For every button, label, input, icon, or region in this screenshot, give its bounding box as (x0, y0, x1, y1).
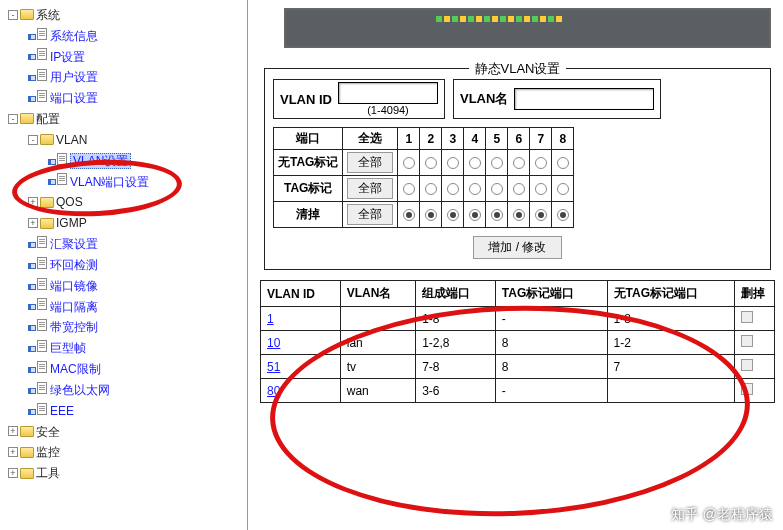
port-radio[interactable] (535, 157, 547, 169)
port-col: 8 (552, 128, 574, 150)
port-radio[interactable] (447, 157, 459, 169)
tree-link[interactable]: 带宽控制 (50, 320, 98, 334)
vlan-th: 删掉 (735, 281, 775, 307)
port-radio[interactable] (513, 183, 525, 195)
vlan-cell: - (495, 307, 607, 331)
tree-link[interactable]: 端口设置 (50, 91, 98, 105)
tree-link[interactable]: IP设置 (50, 49, 85, 63)
page-icon (48, 171, 67, 191)
tree-link[interactable]: 系统信息 (50, 29, 98, 43)
add-modify-button[interactable]: 增加 / 修改 (473, 236, 561, 259)
tree-link[interactable]: EEE (50, 404, 74, 418)
tree-toggle[interactable]: + (8, 447, 18, 457)
folder-icon (20, 9, 34, 20)
delete-checkbox[interactable] (741, 359, 753, 371)
port-radio[interactable] (535, 209, 547, 221)
vlan-th: 无TAG标记端口 (607, 281, 734, 307)
tree-folder-label[interactable]: QOS (56, 195, 83, 209)
port-radio[interactable] (425, 157, 437, 169)
vlan-cell: 8 (495, 331, 607, 355)
select-all-button[interactable]: 全部 (347, 152, 393, 173)
vlan-cell: 1-2,8 (416, 331, 496, 355)
port-radio[interactable] (447, 183, 459, 195)
vlan-id-input[interactable] (338, 82, 438, 104)
tree-link[interactable]: 巨型帧 (50, 341, 86, 355)
tree-toggle[interactable]: - (8, 114, 18, 124)
delete-checkbox[interactable] (741, 311, 753, 323)
tree-folder-label[interactable]: 安全 (36, 424, 60, 438)
tree-link[interactable]: VLAN端口设置 (70, 174, 149, 188)
port-radio[interactable] (425, 209, 437, 221)
table-row: 11-8-1-8 (261, 307, 775, 331)
delete-checkbox[interactable] (741, 335, 753, 347)
tree-link[interactable]: MAC限制 (50, 362, 101, 376)
folder-icon (20, 113, 34, 124)
tree-link[interactable]: 绿色以太网 (50, 383, 110, 397)
tree-toggle[interactable]: - (8, 10, 18, 20)
page-icon (28, 338, 47, 358)
port-radio[interactable] (491, 157, 503, 169)
vlan-id-link[interactable]: 80 (267, 384, 280, 398)
port-radio[interactable] (403, 209, 415, 221)
vlan-th: VLAN名 (340, 281, 415, 307)
port-radio[interactable] (535, 183, 547, 195)
port-radio[interactable] (513, 157, 525, 169)
tree-link[interactable]: 端口镜像 (50, 279, 98, 293)
port-radio[interactable] (491, 183, 503, 195)
page-icon (28, 46, 47, 66)
tree-link[interactable]: 汇聚设置 (50, 237, 98, 251)
port-radio[interactable] (557, 183, 569, 195)
tree-folder-label[interactable]: VLAN (56, 133, 87, 147)
table-row: 10lan1-2,881-2 (261, 331, 775, 355)
tree-toggle[interactable]: + (8, 468, 18, 478)
vlan-cell: 1-8 (416, 307, 496, 331)
port-radio[interactable] (403, 157, 415, 169)
folder-icon (40, 197, 54, 208)
folder-icon (20, 447, 34, 458)
port-radio[interactable] (469, 209, 481, 221)
tree-toggle[interactable]: + (8, 426, 18, 436)
tree-link[interactable]: 端口隔离 (50, 299, 98, 313)
port-table: 端口全选12345678无TAG标记全部TAG标记全部清掉全部 (273, 127, 574, 228)
tree-folder-label[interactable]: 系统 (36, 8, 60, 22)
vlan-cell: wan (340, 379, 415, 403)
tree-link[interactable]: 环回检测 (50, 258, 98, 272)
page-icon (28, 255, 47, 275)
port-row-label: 清掉 (274, 202, 343, 228)
tree-folder-label[interactable]: 配置 (36, 112, 60, 126)
tree-folder-label[interactable]: 监控 (36, 445, 60, 459)
tree-link[interactable]: VLAN设置 (70, 153, 131, 169)
port-radio[interactable] (469, 183, 481, 195)
select-all-button[interactable]: 全部 (347, 178, 393, 199)
select-all-header: 全选 (343, 128, 398, 150)
tree-link[interactable]: 用户设置 (50, 70, 98, 84)
vlan-id-box: VLAN ID (1-4094) (273, 79, 445, 119)
vlan-id-link[interactable]: 51 (267, 360, 280, 374)
tree-toggle[interactable]: - (28, 135, 38, 145)
vlan-cell: 1-8 (607, 307, 734, 331)
port-radio[interactable] (557, 209, 569, 221)
vlan-cell: 7-8 (416, 355, 496, 379)
port-radio[interactable] (403, 183, 415, 195)
vlan-id-link[interactable]: 10 (267, 336, 280, 350)
port-radio[interactable] (447, 209, 459, 221)
port-radio[interactable] (425, 183, 437, 195)
tree-folder-label[interactable]: 工具 (36, 466, 60, 480)
select-all-button[interactable]: 全部 (347, 204, 393, 225)
port-radio[interactable] (557, 157, 569, 169)
vlan-cell (340, 307, 415, 331)
vlan-name-input[interactable] (514, 88, 654, 110)
sidebar: -系统系统信息IP设置用户设置端口设置-配置-VLANVLAN设置VLAN端口设… (0, 0, 248, 530)
tree-folder-label[interactable]: IGMP (56, 216, 87, 230)
port-radio[interactable] (513, 209, 525, 221)
fieldset-title: 静态VLAN设置 (469, 60, 567, 78)
vlan-list-table: VLAN IDVLAN名组成端口TAG标记端口无TAG标记端口删掉11-8-1-… (260, 280, 775, 403)
tree-toggle[interactable]: + (28, 218, 38, 228)
port-radio[interactable] (469, 157, 481, 169)
vlan-id-link[interactable]: 1 (267, 312, 274, 326)
tree-toggle[interactable]: + (28, 197, 38, 207)
folder-icon (20, 426, 34, 437)
delete-checkbox[interactable] (741, 383, 753, 395)
table-row: 80wan3-6- (261, 379, 775, 403)
port-radio[interactable] (491, 209, 503, 221)
